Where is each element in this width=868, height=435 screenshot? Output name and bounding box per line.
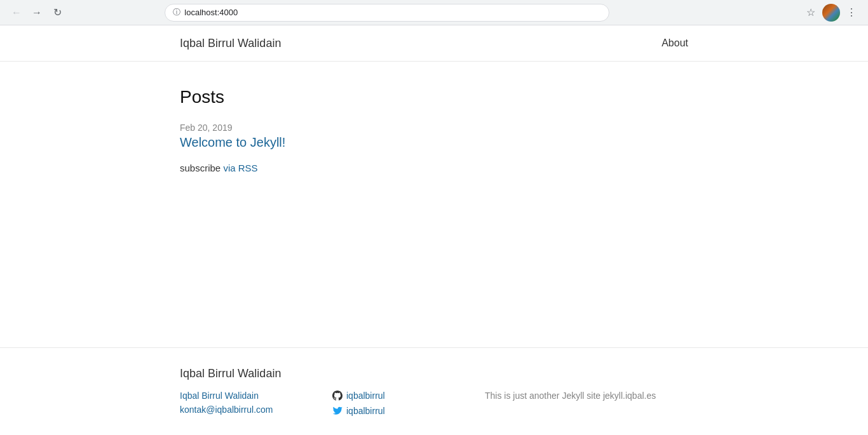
github-icon bbox=[332, 391, 342, 401]
github-username-link[interactable]: iqbalbirrul bbox=[346, 391, 385, 401]
footer-title: Iqbal Birrul Walidain bbox=[180, 367, 688, 380]
post-date: Feb 20, 2019 bbox=[180, 123, 688, 133]
footer-email-link[interactable]: kontak@iqbalbirrul.com bbox=[180, 405, 307, 415]
github-row: iqbalbirrul bbox=[332, 391, 459, 401]
profile-avatar[interactable] bbox=[822, 4, 840, 22]
menu-button[interactable]: ⋮ bbox=[843, 4, 860, 22]
footer-description: This is just another Jekyll site jekyll.… bbox=[485, 391, 656, 401]
nav-links: About bbox=[661, 37, 688, 49]
twitter-username-link[interactable]: iqbalbirrul bbox=[346, 406, 385, 416]
site-footer: Iqbal Birrul Walidain Iqbal Birrul Walid… bbox=[0, 347, 868, 435]
browser-chrome: ← → ↻ ⓘ localhost:4000 ☆ ⋮ bbox=[0, 0, 868, 25]
site-title-link[interactable]: Iqbal Birrul Walidain bbox=[180, 37, 281, 50]
footer-owner-name-link[interactable]: Iqbal Birrul Walidain bbox=[180, 391, 307, 401]
site-main: Posts Feb 20, 2019 Welcome to Jekyll! su… bbox=[0, 62, 868, 347]
rss-link[interactable]: via RSS bbox=[223, 163, 257, 173]
site-nav: Iqbal Birrul Walidain About bbox=[180, 25, 688, 61]
about-nav-link[interactable]: About bbox=[661, 37, 688, 49]
security-icon: ⓘ bbox=[173, 7, 180, 18]
subscribe-text: subscribe bbox=[180, 163, 220, 173]
browser-right-controls: ☆ ⋮ bbox=[802, 4, 860, 22]
url-display: localhost:4000 bbox=[184, 8, 238, 17]
post-item: Feb 20, 2019 Welcome to Jekyll! bbox=[180, 123, 688, 150]
footer-content: Iqbal Birrul Walidain Iqbal Birrul Walid… bbox=[180, 367, 688, 416]
post-title-link[interactable]: Welcome to Jekyll! bbox=[180, 135, 285, 149]
main-content: Posts Feb 20, 2019 Welcome to Jekyll! su… bbox=[180, 74, 688, 173]
forward-button[interactable]: → bbox=[28, 4, 46, 22]
rss-section: subscribe via RSS bbox=[180, 163, 688, 173]
bookmark-button[interactable]: ☆ bbox=[802, 4, 820, 22]
footer-columns: Iqbal Birrul Walidain kontak@iqbalbirrul… bbox=[180, 391, 688, 416]
site-wrapper: Iqbal Birrul Walidain About Posts Feb 20… bbox=[0, 25, 868, 435]
back-button[interactable]: ← bbox=[8, 4, 25, 22]
posts-heading: Posts bbox=[180, 87, 688, 107]
site-header: Iqbal Birrul Walidain About bbox=[0, 25, 868, 62]
reload-button[interactable]: ↻ bbox=[48, 4, 66, 22]
address-bar[interactable]: ⓘ localhost:4000 bbox=[165, 4, 609, 22]
footer-col-description: This is just another Jekyll site jekyll.… bbox=[485, 391, 656, 401]
twitter-row: iqbalbirrul bbox=[332, 406, 459, 416]
footer-col-social: iqbalbirrul iqbalbirrul bbox=[332, 391, 459, 416]
footer-col-contact: Iqbal Birrul Walidain kontak@iqbalbirrul… bbox=[180, 391, 307, 415]
twitter-icon bbox=[332, 406, 342, 416]
nav-buttons: ← → ↻ bbox=[8, 4, 66, 22]
